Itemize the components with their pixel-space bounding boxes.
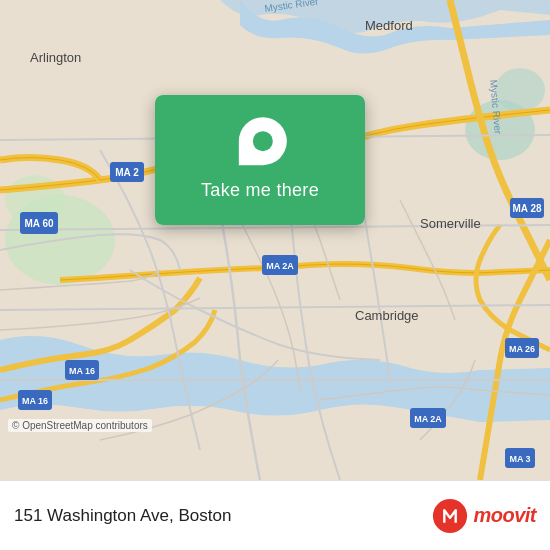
svg-text:MA 2: MA 2 (115, 167, 139, 178)
moovit-icon (431, 497, 469, 535)
popup-green-area: Take me there (155, 95, 365, 225)
bottom-bar: 151 Washington Ave, Boston moovit (0, 480, 550, 550)
location-pin-wrapper (223, 107, 297, 181)
map-svg: MA 60 MA 2 MA 28 MA 2A MA 16 MA 16 MA 26… (0, 0, 550, 480)
location-pin (239, 117, 287, 165)
popup-card: Take me there (155, 95, 365, 225)
svg-text:Somerville: Somerville (420, 216, 481, 231)
take-me-there-button[interactable]: Take me there (189, 176, 331, 205)
svg-text:MA 60: MA 60 (24, 218, 54, 229)
svg-text:Medford: Medford (365, 18, 413, 33)
svg-text:MA 16: MA 16 (22, 396, 48, 406)
svg-text:MA 16: MA 16 (69, 366, 95, 376)
svg-text:MA 2A: MA 2A (266, 261, 294, 271)
moovit-logo: moovit (431, 497, 536, 535)
svg-text:MA 3: MA 3 (509, 454, 530, 464)
svg-text:Arlington: Arlington (30, 50, 81, 65)
svg-text:MA 28: MA 28 (512, 203, 542, 214)
svg-text:MA 26: MA 26 (509, 344, 535, 354)
svg-text:MA 2A: MA 2A (414, 414, 442, 424)
address-text: 151 Washington Ave, Boston (14, 506, 431, 526)
moovit-text: moovit (473, 504, 536, 527)
map-container: MA 60 MA 2 MA 28 MA 2A MA 16 MA 16 MA 26… (0, 0, 550, 480)
svg-point-4 (495, 68, 545, 112)
attribution-text: © OpenStreetMap contributors (8, 419, 152, 432)
svg-text:Cambridge: Cambridge (355, 308, 419, 323)
